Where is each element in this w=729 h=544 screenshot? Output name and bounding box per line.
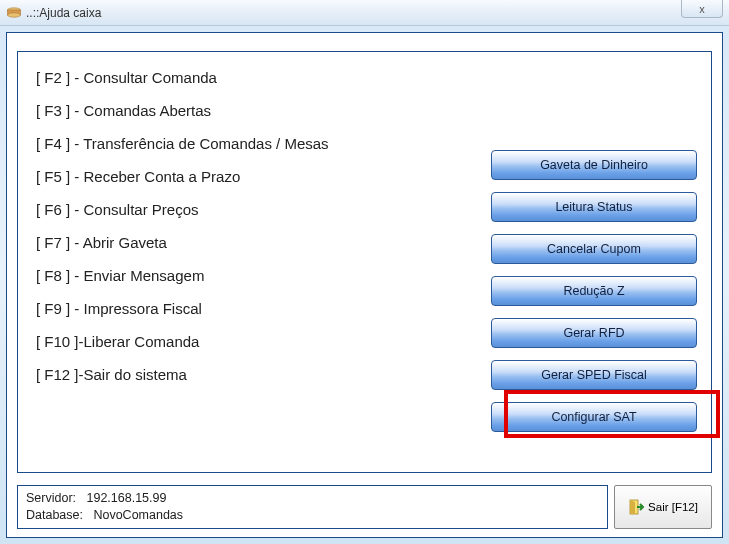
statusbar: Servidor: 192.168.15.99 Database: NovoCo…	[17, 485, 712, 529]
gaveta-dinheiro-label: Gaveta de Dinheiro	[540, 158, 648, 172]
configurar-sat-button[interactable]: Configurar SAT	[491, 402, 697, 432]
gerar-rfd-button[interactable]: Gerar RFD	[491, 318, 697, 348]
svg-point-2	[8, 12, 21, 16]
reducao-z-button[interactable]: Redução Z	[491, 276, 697, 306]
cancelar-cupom-label: Cancelar Cupom	[547, 242, 641, 256]
leitura-status-label: Leitura Status	[555, 200, 632, 214]
status-panel: Servidor: 192.168.15.99 Database: NovoCo…	[17, 485, 608, 529]
servidor-label: Servidor:	[26, 491, 76, 505]
gerar-rfd-label: Gerar RFD	[563, 326, 624, 340]
exit-door-icon	[628, 499, 644, 515]
exit-button[interactable]: Sair [F12]	[614, 485, 712, 529]
cancelar-cupom-button[interactable]: Cancelar Cupom	[491, 234, 697, 264]
status-database: Database: NovoComandas	[26, 507, 599, 525]
leitura-status-button[interactable]: Leitura Status	[491, 192, 697, 222]
app-icon	[6, 5, 22, 21]
fkey-f2: [ F2 ] - Consultar Comanda	[36, 70, 695, 85]
configurar-sat-label: Configurar SAT	[551, 410, 636, 424]
status-servidor: Servidor: 192.168.15.99	[26, 490, 599, 508]
close-icon: x	[699, 3, 705, 15]
gerar-sped-label: Gerar SPED Fiscal	[541, 368, 647, 382]
exit-label: Sair [F12]	[648, 501, 698, 513]
reducao-z-label: Redução Z	[563, 284, 624, 298]
side-buttons: Gaveta de Dinheiro Leitura Status Cancel…	[491, 150, 697, 432]
fkey-f4: [ F4 ] - Transferência de Comandas / Mes…	[36, 136, 695, 151]
close-button[interactable]: x	[681, 0, 723, 18]
svg-marker-4	[630, 500, 635, 514]
titlebar: ..::Ajuda caixa x	[0, 0, 729, 26]
fkey-f3: [ F3 ] - Comandas Abertas	[36, 103, 695, 118]
window-title: ..::Ajuda caixa	[26, 6, 101, 20]
main-panel: [ F2 ] - Consultar Comanda [ F3 ] - Coma…	[17, 51, 712, 473]
outer-frame: [ F2 ] - Consultar Comanda [ F3 ] - Coma…	[6, 32, 723, 538]
database-label: Database:	[26, 508, 83, 522]
servidor-value: 192.168.15.99	[86, 491, 166, 505]
database-value: NovoComandas	[93, 508, 183, 522]
gerar-sped-button[interactable]: Gerar SPED Fiscal	[491, 360, 697, 390]
gaveta-dinheiro-button[interactable]: Gaveta de Dinheiro	[491, 150, 697, 180]
